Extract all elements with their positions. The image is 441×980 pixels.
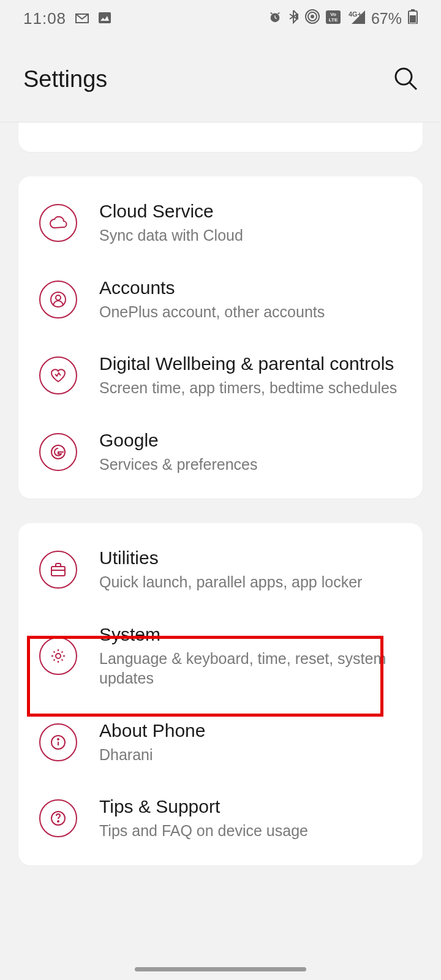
row-tips-support[interactable]: Tips & Support Tips and FAQ on device us… — [18, 780, 423, 857]
info-icon — [39, 723, 77, 761]
settings-group-system: Utilities Quick launch, parallel apps, a… — [18, 523, 423, 865]
row-text: Cloud Service Sync data with Cloud — [99, 201, 402, 246]
row-digital-wellbeing[interactable]: Digital Wellbeing & parental controls Sc… — [18, 337, 423, 414]
search-button[interactable] — [393, 66, 418, 93]
question-icon — [39, 799, 77, 837]
svg-point-24 — [58, 821, 59, 822]
content: Cloud Service Sync data with Cloud Accou… — [0, 123, 441, 865]
signal-icon: 4G+ — [347, 10, 365, 28]
row-title: System — [99, 624, 402, 645]
battery-icon — [408, 9, 418, 28]
status-left: 11:08 — [23, 9, 111, 28]
svg-rect-0 — [99, 12, 111, 23]
svg-rect-2 — [296, 13, 298, 20]
row-system[interactable]: System Language & keyboard, time, reset,… — [18, 608, 423, 704]
row-about-phone[interactable]: About Phone Dharani — [18, 704, 423, 781]
svg-point-19 — [56, 654, 61, 658]
row-text: About Phone Dharani — [99, 720, 402, 765]
heart-icon — [39, 356, 77, 394]
svg-point-16 — [56, 295, 61, 300]
volte-icon: VoLTE — [326, 10, 341, 28]
search-icon — [393, 66, 418, 91]
status-time: 11:08 — [23, 9, 66, 28]
svg-point-22 — [58, 739, 59, 740]
gear-icon — [39, 637, 77, 675]
svg-point-3 — [311, 15, 314, 18]
row-title: Digital Wellbeing & parental controls — [99, 353, 402, 374]
row-title: Tips & Support — [99, 796, 402, 817]
header: Settings — [0, 37, 441, 123]
alarm-icon — [268, 10, 282, 28]
row-subtitle: Services & preferences — [99, 454, 402, 475]
row-text: Utilities Quick launch, parallel apps, a… — [99, 548, 402, 592]
row-subtitle: Language & keyboard, time, reset, system… — [99, 649, 402, 688]
battery-percent: 67% — [371, 10, 402, 28]
row-subtitle: Tips and FAQ on device usage — [99, 821, 402, 841]
svg-point-13 — [396, 69, 412, 85]
svg-text:Vo: Vo — [330, 12, 336, 17]
row-text: Google Services & preferences — [99, 430, 402, 475]
row-google[interactable]: Google Services & preferences — [18, 414, 423, 491]
svg-text:LTE: LTE — [329, 17, 338, 23]
card-partial-top — [18, 123, 423, 152]
row-title: About Phone — [99, 720, 402, 741]
row-accounts[interactable]: Accounts OnePlus account, other accounts — [18, 262, 423, 338]
row-subtitle: Dharani — [99, 745, 402, 765]
photo-icon — [98, 10, 111, 28]
row-subtitle: Quick launch, parallel apps, app locker — [99, 572, 402, 592]
briefcase-icon — [39, 551, 77, 589]
row-title: Google — [99, 430, 402, 451]
svg-line-14 — [410, 83, 417, 89]
row-utilities[interactable]: Utilities Quick launch, parallel apps, a… — [18, 532, 423, 608]
page-title: Settings — [23, 66, 107, 92]
cloud-icon — [39, 204, 77, 242]
row-title: Utilities — [99, 548, 402, 568]
bluetooth-icon — [288, 9, 299, 28]
row-text: System Language & keyboard, time, reset,… — [99, 624, 402, 688]
status-bar: 11:08 VoLTE 4G+ 67% — [0, 0, 441, 37]
row-text: Accounts OnePlus account, other accounts — [99, 277, 402, 322]
row-title: Cloud Service — [99, 201, 402, 222]
row-text: Tips & Support Tips and FAQ on device us… — [99, 796, 402, 841]
row-cloud-service[interactable]: Cloud Service Sync data with Cloud — [18, 185, 423, 262]
svg-rect-18 — [51, 567, 65, 576]
hotspot-icon — [305, 9, 320, 28]
status-right: VoLTE 4G+ 67% — [268, 9, 418, 28]
row-subtitle: OnePlus account, other accounts — [99, 302, 402, 322]
home-indicator[interactable] — [135, 967, 306, 971]
user-icon — [39, 281, 77, 318]
row-subtitle: Sync data with Cloud — [99, 225, 402, 246]
row-subtitle: Screen time, app timers, bedtime schedul… — [99, 378, 402, 398]
settings-group-accounts: Cloud Service Sync data with Cloud Accou… — [18, 176, 423, 499]
row-title: Accounts — [99, 277, 402, 298]
svg-rect-12 — [410, 15, 416, 23]
google-icon — [39, 433, 77, 471]
gmail-icon — [75, 10, 89, 28]
row-text: Digital Wellbeing & parental controls Sc… — [99, 353, 402, 398]
